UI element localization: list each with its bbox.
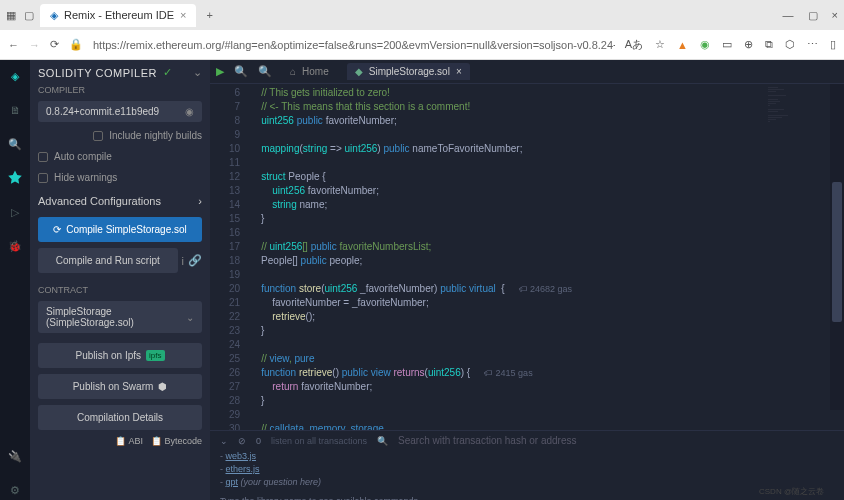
nightly-label: Include nightly builds	[109, 130, 202, 141]
favorite-icon[interactable]: ☆	[655, 38, 665, 51]
count-badge: 0	[256, 436, 261, 446]
terminal-toggle-icon[interactable]: ⌄	[220, 436, 228, 446]
extension-icon[interactable]: ▲	[677, 39, 688, 51]
listen-label: listen on all transactions	[271, 436, 367, 446]
editor-toolbar: ▶ 🔍 🔍 ⌂ Home ◆ SimpleStorage.sol ×	[210, 60, 844, 84]
search-icon[interactable]: 🔍	[5, 134, 25, 154]
code-editor[interactable]: 6789101112131415161718192021222324252627…	[210, 84, 844, 430]
check-icon: ✓	[163, 66, 173, 79]
refresh-icon[interactable]: ⟳	[50, 38, 59, 51]
zoom-in-icon[interactable]: 🔍	[258, 65, 272, 78]
extension-icon-2[interactable]: ◉	[700, 38, 710, 51]
favorites-bar-icon[interactable]: ▭	[722, 38, 732, 51]
auto-compile-checkbox[interactable]	[38, 152, 48, 162]
clear-icon[interactable]: ⊘	[238, 436, 246, 446]
compiler-version-select[interactable]: 0.8.24+commit.e11b9ed9 ◉	[38, 101, 202, 122]
remix-logo-icon[interactable]: ◈	[5, 66, 25, 86]
terminal-search[interactable]: Search with transaction hash or address	[398, 435, 834, 446]
play-icon[interactable]: ▶	[216, 65, 224, 78]
file-explorer-icon[interactable]: 🗎	[5, 100, 25, 120]
browser-profile-icons: ▦ ▢	[6, 9, 34, 22]
compilation-details-button[interactable]: Compilation Details	[38, 405, 202, 430]
back-icon[interactable]: ←	[8, 39, 19, 51]
bytecode-link[interactable]: 📋 Bytecode	[151, 436, 202, 446]
home-icon: ⌂	[290, 66, 296, 77]
chevron-down-icon: ⌄	[186, 312, 194, 323]
browser-tab[interactable]: ◈ Remix - Ethereum IDE ×	[40, 4, 196, 27]
abi-link[interactable]: 📋 ABI	[115, 436, 143, 446]
settings-icon[interactable]: ⚙	[5, 480, 25, 500]
collections-icon[interactable]: ▢	[24, 9, 34, 22]
minimap[interactable]: ▬▬▬▬▬▬▬▬▬▬▬▬▬▬▬▬▬▬▬▬▬▬▬▬▬▬▬▬▬▬▬▬▬▬▬▬▬▬▬▬…	[768, 86, 828, 206]
auto-compile-label: Auto compile	[54, 151, 112, 162]
publish-swarm-button[interactable]: Publish on Swarm ⬢	[38, 374, 202, 399]
ipfs-badge: ipfs	[146, 350, 164, 361]
editor-area: ▶ 🔍 🔍 ⌂ Home ◆ SimpleStorage.sol × 67891…	[210, 60, 844, 500]
version-value: 0.8.24+commit.e11b9ed9	[46, 106, 159, 117]
compiler-panel: SOLIDITY COMPILER ✓ ⌄ COMPILER 0.8.24+co…	[30, 60, 210, 500]
new-tab-button[interactable]: +	[206, 9, 212, 21]
swarm-icon: ⬢	[158, 381, 167, 392]
compile-run-button[interactable]: Compile and Run script	[38, 248, 178, 273]
address-bar[interactable]: https://remix.ethereum.org/#lang=en&opti…	[93, 39, 615, 51]
extension-icon-4[interactable]: ⬡	[785, 38, 795, 51]
contract-select[interactable]: SimpleStorage (SimpleStorage.sol) ⌄	[38, 301, 202, 333]
file-tab[interactable]: ◆ SimpleStorage.sol ×	[347, 63, 470, 80]
minimize-icon[interactable]: ―	[783, 9, 794, 22]
lock-icon: 🔒	[69, 38, 83, 51]
terminal[interactable]: ⌄ ⊘ 0 listen on all transactions 🔍 Searc…	[210, 430, 844, 500]
solidity-icon: ◆	[355, 66, 363, 77]
zoom-out-icon[interactable]: 🔍	[234, 65, 248, 78]
code-content[interactable]: // This gets initialized to zero! // <- …	[250, 84, 844, 430]
contract-label: CONTRACT	[38, 285, 202, 295]
publish-ipfs-button[interactable]: Publish on Ipfs ipfs	[38, 343, 202, 368]
terminal-link[interactable]: gpt	[226, 477, 239, 487]
close-icon[interactable]: ×	[180, 9, 186, 21]
refresh-icon: ⟳	[53, 224, 61, 235]
collections-icon[interactable]: ⧉	[765, 38, 773, 51]
chevron-right-icon: ›	[198, 195, 202, 207]
forward-icon[interactable]: →	[29, 39, 40, 51]
browser-nav-bar: ← → ⟳ 🔒 https://remix.ethereum.org/#lang…	[0, 30, 844, 60]
watermark: CSDN @随之云卷	[759, 486, 824, 497]
scrollbar[interactable]	[830, 84, 844, 410]
search-icon[interactable]: 🔍	[377, 436, 388, 446]
tab-title: Remix - Ethereum IDE	[64, 9, 174, 21]
chevron-down-icon: ◉	[185, 106, 194, 117]
home-tab[interactable]: ⌂ Home	[282, 63, 337, 80]
compile-button[interactable]: ⟳ Compile SimpleStorage.sol	[38, 217, 202, 242]
terminal-link[interactable]: web3.js	[226, 451, 257, 461]
maximize-icon[interactable]: ▢	[808, 9, 818, 22]
info-icon[interactable]: i	[182, 255, 184, 267]
hide-warnings-label: Hide warnings	[54, 172, 117, 183]
terminal-help: Type the library name to see available c…	[220, 495, 834, 500]
link-icon[interactable]: 🔗	[188, 254, 202, 267]
hide-warnings-checkbox[interactable]	[38, 173, 48, 183]
translate-icon[interactable]: Aあ	[625, 37, 643, 52]
tab-favicon: ◈	[50, 9, 58, 22]
browser-tab-strip: ▦ ▢ ◈ Remix - Ethereum IDE × + ― ▢ ×	[0, 0, 844, 30]
advanced-config-header[interactable]: Advanced Configurations ›	[38, 191, 202, 211]
close-window-icon[interactable]: ×	[832, 9, 838, 22]
extension-icon-3[interactable]: ⊕	[744, 38, 753, 51]
line-gutter: 6789101112131415161718192021222324252627…	[210, 84, 250, 430]
compiler-label: COMPILER	[38, 85, 202, 95]
scroll-thumb[interactable]	[832, 182, 842, 322]
terminal-link[interactable]: ethers.js	[226, 464, 260, 474]
panel-title: SOLIDITY COMPILER ✓ ⌄	[38, 66, 202, 79]
debugger-icon[interactable]: 🐞	[5, 236, 25, 256]
deploy-icon[interactable]: ▷	[5, 202, 25, 222]
vertical-icon-bar: ◈ 🗎 🔍 ▷ 🐞 🔌 ⚙	[0, 60, 30, 500]
chevron-down-icon[interactable]: ⌄	[193, 66, 203, 79]
more-icon[interactable]: ⋯	[807, 38, 818, 51]
close-icon[interactable]: ×	[456, 66, 462, 77]
workspaces-icon[interactable]: ▦	[6, 9, 16, 22]
sidebar-icon[interactable]: ▯	[830, 38, 836, 51]
nightly-checkbox[interactable]	[93, 131, 103, 141]
plugin-icon[interactable]: 🔌	[5, 446, 25, 466]
compiler-icon[interactable]	[5, 168, 25, 188]
